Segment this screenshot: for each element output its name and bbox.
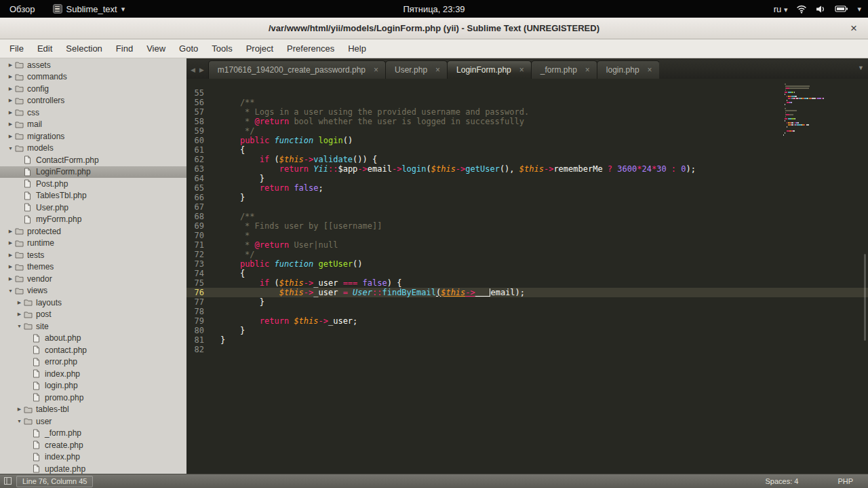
code-line-73[interactable]: 73 public function getUser(): [186, 259, 868, 269]
sidebar-file-post-php[interactable]: Post.php: [0, 178, 186, 190]
vertical-scrollbar[interactable]: [864, 254, 866, 341]
expand-arrow-icon[interactable]: ▶: [6, 98, 15, 103]
line-number[interactable]: 74: [186, 269, 214, 278]
code-line-71[interactable]: 71 * @return User|null: [186, 240, 868, 250]
code-line-82[interactable]: 82: [186, 345, 868, 354]
line-number[interactable]: 61: [186, 145, 214, 155]
code-line-66[interactable]: 66 }: [186, 193, 868, 202]
sidebar-folder-layouts[interactable]: ▶layouts: [0, 297, 186, 309]
code-line-55[interactable]: 55: [186, 88, 868, 98]
code-line-56[interactable]: 56 /**: [186, 98, 868, 107]
tab-scroll-right-icon[interactable]: ▶: [199, 67, 204, 73]
code-line-68[interactable]: 68 /**: [186, 212, 868, 221]
menu-project[interactable]: Project: [239, 40, 280, 57]
code-line-67[interactable]: 67: [186, 202, 868, 212]
code-line-80[interactable]: 80 }: [186, 326, 868, 335]
sidebar-folder-themes[interactable]: ▶themes: [0, 261, 186, 274]
menu-selection[interactable]: Selection: [59, 40, 108, 57]
sidebar-folder-views[interactable]: ▼views: [0, 285, 186, 297]
expand-arrow-icon[interactable]: ▶: [6, 86, 15, 92]
indentation-setting[interactable]: Spaces: 4: [765, 477, 798, 485]
menu-goto[interactable]: Goto: [172, 40, 205, 57]
line-number[interactable]: 55: [186, 88, 214, 98]
code-line-79[interactable]: 79 return $this->_user;: [186, 316, 868, 326]
clock[interactable]: Пятница, 23:39: [0, 4, 868, 14]
sidebar-file-user-php[interactable]: User.php: [0, 202, 186, 214]
line-number[interactable]: 81: [186, 335, 214, 345]
tab-scroll-left-icon[interactable]: ◀: [191, 67, 195, 73]
sidebar-folder-tests[interactable]: ▶tests: [0, 249, 186, 261]
tab-close-icon[interactable]: ×: [519, 65, 524, 75]
expand-arrow-icon[interactable]: ▶: [6, 74, 15, 79]
code-line-76[interactable]: 76 $this->_user = User::findByEmail($thi…: [186, 288, 868, 297]
tab-close-icon[interactable]: ×: [374, 65, 378, 75]
code-line-63[interactable]: 63 return Yii::$app->email->login($this-…: [186, 164, 868, 174]
expand-arrow-icon[interactable]: ▶: [6, 110, 15, 115]
app-menu-button[interactable]: Sublime_text ▾: [53, 4, 125, 14]
expand-arrow-icon[interactable]: ▶: [6, 62, 15, 68]
expand-arrow-icon[interactable]: ▶: [15, 312, 24, 317]
sidebar-folder-user[interactable]: ▼user: [0, 415, 186, 428]
code-line-72[interactable]: 72 */: [186, 250, 868, 259]
expand-arrow-icon[interactable]: ▶: [6, 229, 15, 234]
code-line-57[interactable]: 57 * Logs in a user using the provided u…: [186, 107, 868, 117]
sidebar-file-contactform-php[interactable]: ContactForm.php: [0, 154, 186, 166]
menu-find[interactable]: Find: [109, 40, 140, 57]
line-number[interactable]: 78: [186, 307, 214, 316]
line-number[interactable]: 62: [186, 155, 214, 164]
code-editor[interactable]: 5556 /**57 * Logs in a user using the pr…: [186, 79, 868, 474]
sidebar-folder-assets[interactable]: ▶assets: [0, 59, 186, 71]
line-number[interactable]: 76: [186, 288, 214, 297]
expand-arrow-icon[interactable]: ▶: [6, 252, 15, 258]
sidebar-folder-post[interactable]: ▶post: [0, 309, 186, 321]
tab-close-icon[interactable]: ×: [648, 65, 652, 75]
sidebar-file-index-php[interactable]: index.php: [0, 368, 186, 380]
expand-arrow-icon[interactable]: ▶: [6, 121, 15, 127]
line-number[interactable]: 65: [186, 183, 214, 193]
sidebar-folder-site[interactable]: ▼site: [0, 320, 186, 333]
minimap[interactable]: [783, 81, 861, 138]
line-number[interactable]: 71: [186, 240, 214, 250]
line-number[interactable]: 68: [186, 212, 214, 221]
sidebar-folder-commands[interactable]: ▶commands: [0, 71, 186, 83]
sidebar-folder-runtime[interactable]: ▶runtime: [0, 238, 186, 250]
line-number[interactable]: 72: [186, 250, 214, 259]
sidebar-folder-tables-tbl[interactable]: ▶tables-tbl: [0, 404, 186, 416]
tab-m170616-194200-create-password-php[interactable]: m170616_194200_create_password.php×: [208, 60, 386, 79]
menu-view[interactable]: View: [140, 40, 172, 57]
menu-file[interactable]: File: [3, 40, 31, 57]
sidebar-file-contact-php[interactable]: contact.php: [0, 344, 186, 356]
line-number[interactable]: 75: [186, 278, 214, 288]
sidebar-file-create-php[interactable]: create.php: [0, 439, 186, 451]
code-line-64[interactable]: 64 }: [186, 174, 868, 183]
line-number[interactable]: 70: [186, 231, 214, 240]
collapse-arrow-icon[interactable]: ▼: [15, 324, 24, 329]
line-number[interactable]: 58: [186, 117, 214, 126]
sidebar-file-form-php[interactable]: _form.php: [0, 428, 186, 440]
line-number[interactable]: 79: [186, 316, 214, 326]
sidebar-file-myform-php[interactable]: myForm.php: [0, 214, 186, 226]
sidebar-file-error-php[interactable]: error.php: [0, 356, 186, 369]
code-line-69[interactable]: 69 * Finds user by [[username]]: [186, 221, 868, 231]
sidebar-file-index-php[interactable]: index.php: [0, 451, 186, 464]
window-titlebar[interactable]: /var/www/html/yii/models/LoginForm.php (…: [0, 18, 868, 39]
sidebar-folder-vendor[interactable]: ▶vendor: [0, 273, 186, 285]
expand-arrow-icon[interactable]: ▶: [15, 300, 24, 305]
code-line-74[interactable]: 74 {: [186, 269, 868, 278]
code-line-58[interactable]: 58 * @return bool whether the user is lo…: [186, 117, 868, 126]
tab-loginform-php[interactable]: LoginForm.php×: [447, 60, 532, 79]
expand-arrow-icon[interactable]: ▶: [15, 407, 24, 412]
line-number[interactable]: 63: [186, 164, 214, 174]
menu-edit[interactable]: Edit: [31, 40, 59, 57]
code-line-81[interactable]: 81}: [186, 335, 868, 345]
sidebar-folder-mail[interactable]: ▶mail: [0, 119, 186, 131]
sidebar-folder-protected[interactable]: ▶protected: [0, 225, 186, 238]
sidebar-file-promo-php[interactable]: promo.php: [0, 392, 186, 404]
line-number[interactable]: 56: [186, 98, 214, 107]
tab-login-php[interactable]: login.php×: [597, 60, 659, 79]
tab-close-icon[interactable]: ×: [585, 65, 590, 75]
code-line-77[interactable]: 77 }: [186, 297, 868, 307]
line-number[interactable]: 60: [186, 136, 214, 145]
sidebar-file-loginform-php[interactable]: LoginForm.php: [0, 166, 186, 179]
line-number[interactable]: 80: [186, 326, 214, 335]
